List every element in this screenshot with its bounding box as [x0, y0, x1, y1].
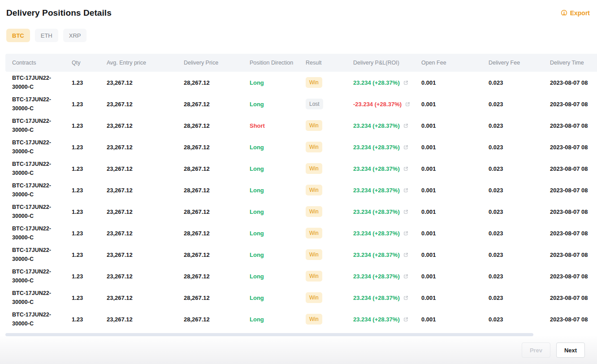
- column-header-delivery-fee: Delivery Fee: [489, 60, 550, 66]
- position-direction-cell: Long: [250, 79, 264, 86]
- position-direction-cell: Short: [250, 122, 265, 129]
- prev-button[interactable]: Prev: [522, 342, 550, 358]
- horizontal-scrollbar[interactable]: [5, 333, 533, 336]
- delivery-time-cell: 2023-08-07 08: [550, 295, 597, 301]
- open-fee-cell: 0.001: [421, 316, 489, 323]
- delivery-fee-cell: 0.023: [489, 316, 550, 323]
- open-fee-cell: 0.001: [421, 295, 489, 301]
- contract-cell: BTC-17JUN22-30000-C: [12, 138, 60, 156]
- open-fee-cell: 0.001: [421, 79, 489, 86]
- table-row: BTC-17JUN22-30000-C 1.23 23,267.12 28,26…: [5, 115, 597, 136]
- export-label: Export: [570, 9, 590, 17]
- delivery-fee-cell: 0.023: [489, 295, 550, 301]
- position-direction-cell: Long: [250, 144, 264, 151]
- position-direction-cell: Long: [250, 295, 264, 301]
- external-link-icon[interactable]: [403, 166, 409, 172]
- external-link-icon[interactable]: [403, 230, 409, 236]
- tab-eth[interactable]: ETH: [35, 29, 58, 42]
- result-badge: Win: [306, 206, 322, 217]
- table-row: BTC-17JUN22-30000-C 1.23 23,267.12 28,26…: [5, 287, 597, 308]
- position-direction-cell: Long: [250, 251, 264, 258]
- external-link-icon[interactable]: [403, 252, 409, 258]
- table-row: BTC-17JUN22-30000-C 1.23 23,267.12 28,26…: [5, 222, 597, 244]
- avg-entry-price-cell: 23,267.12: [107, 187, 184, 194]
- delivery-price-cell: 28,267.12: [184, 273, 250, 280]
- delivery-time-cell: 2023-08-07 08: [550, 165, 597, 172]
- external-link-icon[interactable]: [403, 316, 409, 322]
- delivery-time-cell: 2023-08-07 08: [550, 144, 597, 151]
- qty-cell: 1.23: [72, 208, 107, 215]
- position-direction-cell: Long: [250, 316, 264, 323]
- external-link-icon[interactable]: [403, 80, 409, 86]
- result-badge: Lost: [306, 99, 323, 109]
- open-fee-cell: 0.001: [421, 187, 489, 194]
- qty-cell: 1.23: [72, 273, 107, 280]
- external-link-icon[interactable]: [405, 101, 411, 107]
- column-header-result: Result: [306, 60, 353, 66]
- avg-entry-price-cell: 23,267.12: [107, 295, 184, 301]
- export-button[interactable]: Export: [560, 9, 590, 17]
- table-row: BTC-17JUN22-30000-C 1.23 23,267.12 28,26…: [5, 72, 597, 93]
- result-badge: Win: [306, 314, 322, 325]
- avg-entry-price-cell: 23,267.12: [107, 101, 184, 108]
- delivery-pnl-cell: 23.234 (+28.37%): [353, 165, 400, 172]
- delivery-fee-cell: 0.023: [489, 273, 550, 280]
- avg-entry-price-cell: 23,267.12: [107, 122, 184, 129]
- open-fee-cell: 0.001: [421, 208, 489, 215]
- delivery-price-cell: 28,267.12: [184, 316, 250, 323]
- qty-cell: 1.23: [72, 101, 107, 108]
- open-fee-cell: 0.001: [421, 165, 489, 172]
- external-link-icon[interactable]: [403, 144, 409, 150]
- qty-cell: 1.23: [72, 230, 107, 237]
- contract-cell: BTC-17JUN22-30000-C: [12, 74, 60, 91]
- delivery-pnl-cell: 23.234 (+28.37%): [353, 316, 400, 323]
- table-row: BTC-17JUN22-30000-C 1.23 23,267.12 28,26…: [5, 136, 597, 158]
- position-direction-cell: Long: [250, 273, 264, 280]
- table-header-row: Contracts Qty Avg. Entry price Delivery …: [5, 54, 597, 72]
- column-header-delivery-pnl: Delivery P&L(ROI): [353, 60, 421, 66]
- delivery-price-cell: 28,267.12: [184, 230, 250, 237]
- table-row: BTC-17JUN22-30000-C 1.23 23,267.12 28,26…: [5, 179, 597, 201]
- avg-entry-price-cell: 23,267.12: [107, 79, 184, 86]
- column-header-contracts: Contracts: [12, 60, 72, 66]
- column-header-avg-entry-price: Avg. Entry price: [107, 60, 184, 66]
- result-badge: Win: [306, 77, 322, 88]
- avg-entry-price-cell: 23,267.12: [107, 165, 184, 172]
- delivery-pnl-cell: 23.234 (+28.37%): [353, 230, 400, 237]
- open-fee-cell: 0.001: [421, 144, 489, 151]
- qty-cell: 1.23: [72, 122, 107, 129]
- open-fee-cell: 0.001: [421, 230, 489, 237]
- delivery-fee-cell: 0.023: [489, 79, 550, 86]
- external-link-icon[interactable]: [403, 273, 409, 279]
- table-row: BTC-17JUN22-30000-C 1.23 23,267.12 28,26…: [5, 93, 597, 115]
- tab-xrp[interactable]: XRP: [63, 29, 87, 42]
- contract-cell: BTC-17JUN22-30000-C: [12, 267, 60, 285]
- external-link-icon[interactable]: [403, 209, 409, 215]
- table-row: BTC-17JUN22-30000-C 1.23 23,267.12 28,26…: [5, 158, 597, 179]
- delivery-fee-cell: 0.023: [489, 187, 550, 194]
- next-button[interactable]: Next: [556, 342, 585, 358]
- contract-cell: BTC-17JUN22-30000-C: [12, 289, 60, 307]
- result-badge: Win: [306, 142, 322, 152]
- tab-btc[interactable]: BTC: [6, 29, 30, 42]
- contract-cell: BTC-17JUN22-30000-C: [12, 203, 60, 221]
- delivery-time-cell: 2023-08-07 08: [550, 251, 597, 258]
- contract-cell: BTC-17JUN22-30000-C: [12, 310, 60, 328]
- delivery-pnl-cell: 23.234 (+28.37%): [353, 79, 400, 86]
- open-fee-cell: 0.001: [421, 273, 489, 280]
- contract-cell: BTC-17JUN22-30000-C: [12, 117, 60, 134]
- open-fee-cell: 0.001: [421, 122, 489, 129]
- external-link-icon[interactable]: [403, 295, 409, 301]
- delivery-pnl-cell: 23.234 (+28.37%): [353, 208, 400, 215]
- external-link-icon[interactable]: [403, 123, 409, 129]
- avg-entry-price-cell: 23,267.12: [107, 251, 184, 258]
- external-link-icon[interactable]: [403, 187, 409, 193]
- table-row: BTC-17JUN22-30000-C 1.23 23,267.12 28,26…: [5, 244, 597, 265]
- table-row: BTC-17JUN22-30000-C 1.23 23,267.12 28,26…: [5, 201, 597, 222]
- result-badge: Win: [306, 120, 322, 131]
- table-body: BTC-17JUN22-30000-C 1.23 23,267.12 28,26…: [5, 72, 597, 330]
- contract-cell: BTC-17JUN22-30000-C: [12, 181, 60, 199]
- qty-cell: 1.23: [72, 79, 107, 86]
- column-header-qty: Qty: [72, 60, 107, 66]
- position-direction-cell: Long: [250, 230, 264, 237]
